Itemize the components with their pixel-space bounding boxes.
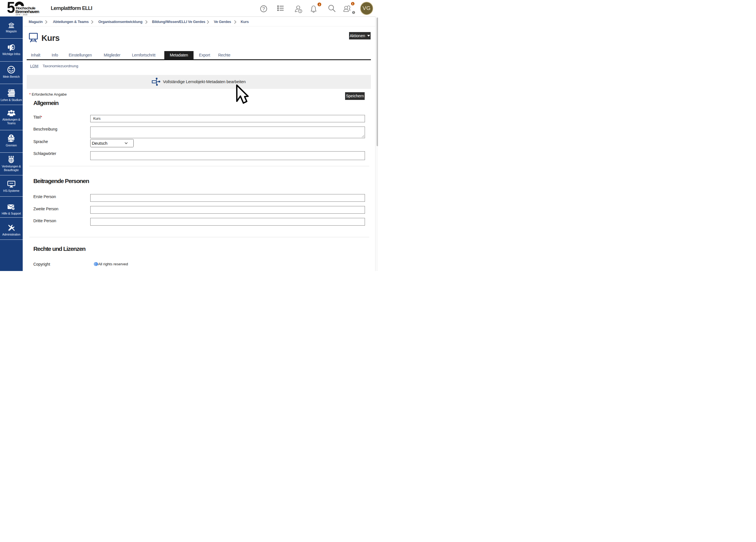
- svg-text:?: ?: [12, 207, 14, 210]
- svg-text:?: ?: [262, 6, 265, 12]
